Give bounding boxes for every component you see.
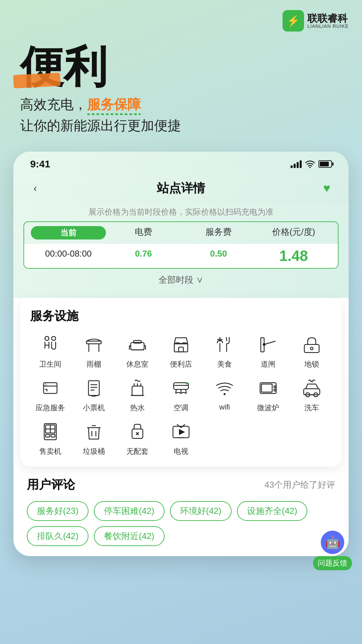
service-carwash[interactable]: 洗车 xyxy=(292,376,332,413)
tag-3[interactable]: 设施齐全(42) xyxy=(237,501,307,521)
service-gate[interactable]: 道闸 xyxy=(248,332,288,369)
price-table: 当前 电费 服务费 价格(元/度) 00:00-08:00 0.76 0.50 … xyxy=(23,221,339,269)
trash-label: 垃圾桶 xyxy=(83,446,105,457)
emergency-label: 应急服务 xyxy=(36,403,65,413)
price-header: 价格(元/度) xyxy=(256,226,331,239)
wc-label: 卫生间 xyxy=(39,359,61,369)
battery-icon xyxy=(318,160,332,168)
current-badge-cell: 当前 xyxy=(31,226,106,239)
total-col: 1.48 xyxy=(256,249,331,263)
receipt-label: 小票机 xyxy=(83,403,105,413)
hotwater-icon xyxy=(125,376,149,400)
svg-point-32 xyxy=(224,393,226,395)
tag-0[interactable]: 服务好(23) xyxy=(27,501,88,521)
none-label: 无配套 xyxy=(126,446,148,457)
service-ac[interactable]: 空调 xyxy=(161,376,201,413)
microwave-icon xyxy=(256,376,280,400)
svg-point-1 xyxy=(45,336,49,340)
wifi-label: wifi xyxy=(219,403,230,412)
tag-4[interactable]: 排队久(42) xyxy=(27,526,88,546)
wifi-service-icon xyxy=(213,376,237,400)
price-row: 00:00-08:00 0.76 0.50 1.48 xyxy=(24,244,338,268)
service-microwave[interactable]: 微波炉 xyxy=(248,376,288,413)
service-hotwater[interactable]: 热水 xyxy=(117,376,158,413)
lock-icon xyxy=(300,332,324,357)
none-icon xyxy=(125,420,149,444)
page-header: ‹ 站点详情 ♥ xyxy=(13,173,349,203)
comments-tags: 服务好(23) 停车困难(42) 环境好(42) 设施齐全(42) 排队久(42… xyxy=(27,501,335,546)
service-trash[interactable]: 垃圾桶 xyxy=(74,420,114,457)
receipt-icon xyxy=(82,376,106,400)
hero-desc: 让你的新能源出行更加便捷 xyxy=(20,116,342,135)
service-wifi[interactable]: wifi xyxy=(204,376,245,413)
lock-label: 地锁 xyxy=(304,359,319,369)
service-lounge[interactable]: 休息室 xyxy=(117,332,158,369)
lounge-icon xyxy=(125,332,149,357)
service-food[interactable]: 美食 xyxy=(204,332,245,369)
svg-rect-7 xyxy=(133,340,141,343)
svg-point-31 xyxy=(185,382,187,384)
phone-mockup: 9:41 ‹ 站点详情 ♥ xyxy=(13,152,349,556)
feedback-label: 问题反馈 xyxy=(313,556,352,570)
svg-point-0 xyxy=(309,167,311,168)
service-tv[interactable]: 电视 xyxy=(161,420,201,457)
brand-name-zh: 联联睿科 xyxy=(307,13,349,24)
service-receipt[interactable]: 小票机 xyxy=(74,376,114,413)
svg-rect-42 xyxy=(46,434,50,437)
emergency-icon: ⚠ xyxy=(38,376,62,400)
comments-count: 43个用户给了好评 xyxy=(264,479,335,491)
elec-col: 0.76 xyxy=(106,249,181,263)
store-label: 便利店 xyxy=(170,359,192,369)
hotwater-label: 热水 xyxy=(130,403,145,413)
tag-2[interactable]: 环境好(42) xyxy=(170,501,232,521)
service-col: 0.50 xyxy=(181,249,256,263)
canopy-label: 雨棚 xyxy=(86,359,101,369)
food-icon xyxy=(213,332,237,357)
service-lock[interactable]: 地锁 xyxy=(292,332,332,369)
svg-rect-18 xyxy=(304,344,319,353)
svg-rect-10 xyxy=(179,347,183,352)
canopy-icon xyxy=(82,332,106,357)
service-store[interactable]: 便利店 xyxy=(161,332,201,369)
svg-rect-43 xyxy=(51,434,55,437)
svg-point-19 xyxy=(310,347,313,350)
favorite-button[interactable]: ♥ xyxy=(318,180,335,197)
gate-label: 道闸 xyxy=(261,359,276,369)
status-time: 9:41 xyxy=(30,158,50,170)
store-icon xyxy=(169,332,193,357)
comments-title: 用户评论 xyxy=(27,477,75,493)
signal-icon xyxy=(291,160,302,168)
wifi-icon xyxy=(305,160,315,168)
comments-header: 用户评论 43个用户给了好评 xyxy=(27,477,335,493)
svg-rect-3 xyxy=(86,341,101,344)
lounge-label: 休息室 xyxy=(126,359,148,369)
page-title: 站点详情 xyxy=(157,180,205,197)
svg-rect-6 xyxy=(131,342,144,350)
current-badge: 当前 xyxy=(31,226,106,239)
svg-marker-55 xyxy=(179,429,185,435)
hero-subtitle: 高效充电，服务保障 xyxy=(20,95,342,114)
all-periods-button[interactable]: 全部时段 ∨ xyxy=(23,269,339,291)
service-vending[interactable]: 售卖机 xyxy=(30,420,70,457)
vending-icon xyxy=(38,420,62,444)
top-bar: ⚡ 联联睿科 LIANLIAN RUIKE xyxy=(0,0,362,35)
service-header: 服务费 xyxy=(181,226,256,239)
carwash-icon xyxy=(300,376,324,400)
service-emergency[interactable]: ⚠ 应急服务 xyxy=(30,376,70,413)
service-wc[interactable]: 卫生间 xyxy=(30,332,70,369)
ac-label: 空调 xyxy=(174,403,188,413)
tag-1[interactable]: 停车困难(42) xyxy=(94,501,164,521)
wc-icon xyxy=(38,332,62,357)
hero-subtitle-prefix: 高效充电， xyxy=(20,97,87,112)
service-canopy[interactable]: 雨棚 xyxy=(74,332,114,369)
gate-icon xyxy=(256,332,280,357)
vending-label: 售卖机 xyxy=(39,446,61,457)
orange-decoration xyxy=(13,72,61,88)
back-button[interactable]: ‹ xyxy=(27,180,44,197)
service-none[interactable]: 无配套 xyxy=(117,420,158,457)
services-grid: 卫生间 雨棚 xyxy=(30,332,332,457)
feedback-button[interactable]: 🤖 问题反馈 xyxy=(313,531,352,570)
tag-5[interactable]: 餐饮附近(42) xyxy=(94,526,164,546)
svg-text:⚠: ⚠ xyxy=(44,382,47,386)
services-title: 服务设施 xyxy=(30,308,332,324)
